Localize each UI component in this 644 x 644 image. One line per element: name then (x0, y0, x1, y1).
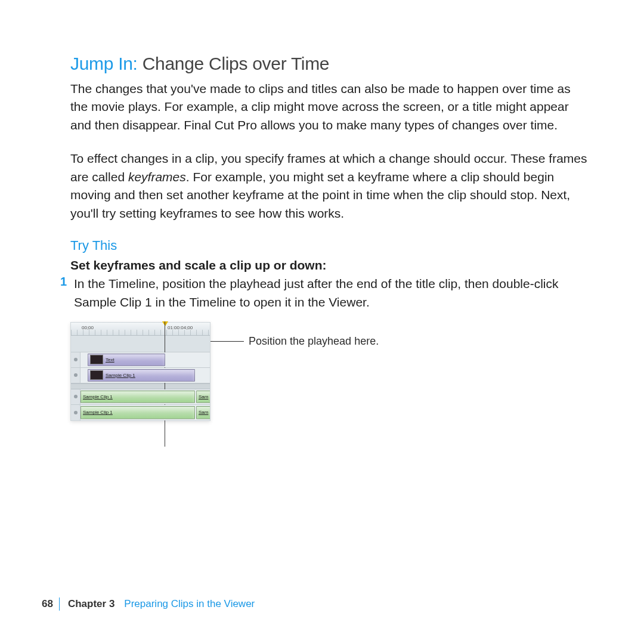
page-heading: Jump In: Change Clips over Time (70, 54, 590, 74)
title-clip: Text (88, 354, 165, 366)
page-footer: 68 Chapter 3 Preparing Clips in the View… (42, 597, 255, 611)
heading-lead: Jump In: (70, 54, 143, 73)
title-clip-label: Text (106, 357, 114, 363)
try-this-heading: Try This (70, 238, 590, 253)
task-title: Set keyframes and scale a clip up or dow… (70, 258, 590, 273)
footer-divider-icon (59, 597, 60, 611)
audio-track-1: Sample Clip 1 Sam (71, 389, 210, 405)
audio-clip-a-next: Sam (196, 391, 210, 403)
step-number: 1 (58, 275, 70, 311)
timeline-ruler: 00;00 01:00:04;00 (71, 323, 210, 336)
step-text: In the Timeline, position the playhead j… (70, 275, 590, 311)
intro-paragraph-2: To effect changes in a clip, you specify… (70, 150, 590, 222)
video-track-1: Sample Clip 1 (71, 368, 210, 383)
audio-track-2: Sample Clip 1 Sam (71, 405, 210, 420)
page-number: 68 (42, 598, 53, 610)
audio-clip-a-next-label: Sam (199, 394, 208, 400)
clip-thumbnail-icon (90, 370, 103, 380)
video-track-2: Text (71, 352, 210, 368)
callout-text: Position the playhead here. (249, 335, 379, 348)
callout-leader-line-icon (210, 341, 244, 342)
audio-clip-a-label: Sample Clip 1 (83, 394, 113, 400)
step-1: 1 In the Timeline, position the playhead… (58, 275, 590, 311)
audio-clip-a: Sample Clip 1 (80, 391, 195, 403)
video-clip-1: Sample Clip 1 (88, 369, 195, 382)
clip-thumbnail-icon (90, 355, 103, 364)
video-clip-label: Sample Clip 1 (106, 373, 135, 378)
chapter-label: Chapter 3 (68, 598, 114, 610)
playhead-callout: Position the playhead here. (210, 335, 379, 348)
audio-clip-b-label: Sample Clip 1 (83, 410, 113, 415)
audio-clip-b-next: Sam (196, 406, 210, 419)
audio-clip-b: Sample Clip 1 (80, 406, 195, 419)
intro-paragraph-1: The changes that you've made to clips an… (70, 80, 590, 134)
audio-clip-b-next-label: Sam (199, 410, 208, 415)
keyframes-term: keyframes (128, 170, 186, 184)
chapter-title: Preparing Clips in the Viewer (124, 598, 255, 610)
timeline-screenshot: 00;00 01:00:04;00 Text (70, 322, 210, 421)
heading-rest: Change Clips over Time (143, 54, 330, 73)
